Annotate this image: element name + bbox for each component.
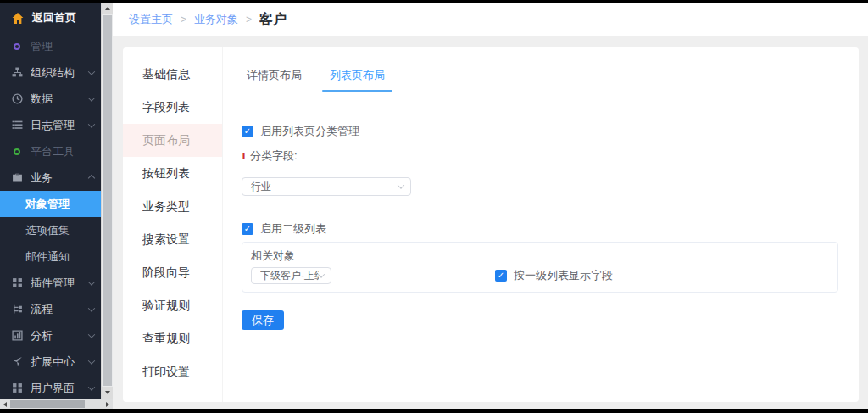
- tab-list-page-layout[interactable]: 列表页布局: [325, 64, 390, 92]
- sidebar-item-org-structure[interactable]: 组织结构: [0, 59, 101, 86]
- enable-category-checkbox[interactable]: ✓: [242, 126, 253, 137]
- related-object-row: 下级客户-上级... ✓ 按一级列表显示字段: [251, 267, 829, 284]
- sidebar-item-label: 分析: [31, 328, 81, 343]
- settings-menu-item-page-layout[interactable]: 页面布局: [123, 124, 222, 157]
- triangle-left-icon: [3, 402, 7, 407]
- triangle-down-icon: [105, 391, 110, 394]
- triangle-right-icon: [106, 402, 109, 407]
- sidebar-item-label: 业务: [31, 170, 81, 186]
- required-marker: I: [242, 149, 246, 163]
- display-by-primary-checkbox[interactable]: ✓: [495, 270, 507, 282]
- display-by-primary-row: ✓ 按一级列表显示字段: [495, 268, 613, 283]
- sidebar-item-label: 用户界面: [31, 381, 81, 396]
- sidebar-home-label: 返回首页: [32, 10, 76, 25]
- sidebar-item-label: 管理: [31, 39, 94, 54]
- chevron-down-icon: [88, 383, 95, 390]
- sidebar-item-log-management[interactable]: 日志管理: [0, 112, 101, 138]
- triangle-up-icon: [105, 7, 110, 10]
- settings-menu-item-button-list[interactable]: 按钮列表: [123, 157, 222, 190]
- sidebar-item-data[interactable]: 数据: [0, 86, 101, 112]
- home-icon: [12, 12, 24, 24]
- sidebar-item-workflow[interactable]: 流程: [0, 296, 101, 322]
- settings-menu-item-validation-rules[interactable]: 验证规则: [123, 289, 222, 322]
- page-title: 客户: [259, 11, 287, 29]
- horizontal-scroll-thumb[interactable]: [10, 400, 85, 408]
- sidebar-item-business[interactable]: 业务: [0, 165, 101, 191]
- menu-item-label: 字段列表: [142, 100, 190, 115]
- sidebar-item-admin[interactable]: 管理: [0, 33, 101, 59]
- settings-menu-item-search-settings[interactable]: 搜索设置: [123, 223, 222, 256]
- breadcrumb-link-settings-home[interactable]: 设置主页: [129, 12, 173, 27]
- chevron-down-icon: [318, 271, 325, 277]
- settings-menu-item-field-list[interactable]: 字段列表: [123, 91, 222, 124]
- sidebar-item-label: 平台工具: [31, 144, 94, 159]
- content-area: 基础信息 字段列表 页面布局 按钮列表 业务类型 搜索设置 阶段向导 验证规则 …: [113, 36, 868, 409]
- settings-menu-item-dedup-rules[interactable]: 查重规则: [123, 322, 222, 355]
- briefcase-icon: [11, 172, 23, 184]
- sidebar-item-label: 流程: [31, 302, 81, 317]
- save-button[interactable]: 保存: [242, 310, 284, 330]
- enable-secondary-checkbox[interactable]: ✓: [242, 223, 253, 235]
- sidebar-item-plugin-management[interactable]: 插件管理: [0, 270, 101, 296]
- menu-item-label: 验证规则: [142, 299, 190, 314]
- menu-item-label: 阶段向导: [142, 265, 190, 281]
- ui-grid-icon: [11, 382, 23, 394]
- sidebar-item-label: 扩展中心: [31, 354, 81, 370]
- breadcrumb-link-business-objects[interactable]: 业务对象: [194, 12, 238, 27]
- rail-body: 返回首页 管理 组织结构 数据: [0, 3, 113, 399]
- sidebar-item-analysis[interactable]: 分析: [0, 322, 101, 349]
- menu-item-label: 查重规则: [142, 332, 190, 347]
- breadcrumb: 设置主页 > 业务对象 > 客户: [113, 3, 868, 36]
- sidebar-item-option-sets[interactable]: 选项值集: [0, 217, 101, 243]
- tab-detail-page-layout[interactable]: 详情页布局: [242, 64, 307, 92]
- settings-menu-item-business-type[interactable]: 业务类型: [123, 190, 222, 223]
- sidebar-item-mail-notification[interactable]: 邮件通知: [0, 243, 101, 270]
- sidebar-item-label: 选项值集: [25, 223, 94, 238]
- menu-item-label: 按钮列表: [142, 166, 190, 181]
- menu-item-label: 业务类型: [142, 199, 190, 215]
- layout-panel: 详情页布局 列表页布局 ✓ 启用列表页分类管理 I 分类字段: 行业: [223, 47, 859, 402]
- display-by-primary-label[interactable]: 按一级列表显示字段: [514, 268, 613, 283]
- enable-category-label[interactable]: 启用列表页分类管理: [260, 124, 359, 139]
- clock-icon: [11, 93, 23, 105]
- scroll-down-button[interactable]: [102, 387, 113, 399]
- vertical-scroll-thumb[interactable]: [103, 15, 112, 386]
- scroll-left-button[interactable]: [0, 399, 10, 409]
- sidebar: 返回首页 管理 组织结构 数据: [0, 3, 101, 399]
- admin-circle-icon: [11, 41, 23, 53]
- category-field-select-value: 行业: [251, 180, 398, 194]
- sidebar-item-user-interface[interactable]: 用户界面: [0, 375, 101, 399]
- category-field-select[interactable]: 行业: [242, 177, 411, 196]
- related-object-select[interactable]: 下级客户-上级...: [251, 267, 331, 284]
- related-object-select-value: 下级客户-上级...: [260, 269, 319, 283]
- settings-menu-item-print-settings[interactable]: 打印设置: [123, 355, 222, 388]
- sidebar-vertical-scrollbar[interactable]: [101, 3, 113, 399]
- enable-secondary-row: ✓ 启用二级列表: [242, 221, 838, 237]
- breadcrumb-separator: >: [181, 14, 186, 25]
- org-structure-icon: [11, 67, 23, 79]
- main-area: 设置主页 > 业务对象 > 客户 基础信息 字段列表 页面布局 按钮列表 业务类…: [113, 3, 868, 409]
- chevron-down-icon: [88, 68, 95, 75]
- chevron-down-icon: [88, 357, 95, 364]
- breadcrumb-separator: >: [246, 14, 252, 25]
- sidebar-horizontal-scrollbar[interactable]: [0, 399, 113, 409]
- enable-secondary-label[interactable]: 启用二级列表: [260, 221, 326, 237]
- sidebar-item-label: 数据: [31, 92, 81, 107]
- chevron-down-icon: [88, 331, 95, 338]
- settings-menu-item-stage-wizard[interactable]: 阶段向导: [123, 256, 222, 289]
- chevron-down-icon: [88, 304, 95, 311]
- extension-icon: [11, 356, 23, 368]
- sidebar-item-platform-tools[interactable]: 平台工具: [0, 138, 101, 165]
- scroll-up-button[interactable]: [102, 3, 113, 14]
- sidebar-item-home[interactable]: 返回首页: [0, 3, 101, 33]
- scroll-right-button[interactable]: [103, 399, 113, 409]
- analysis-chart-icon: [11, 330, 23, 342]
- settings-menu-item-basic-info[interactable]: 基础信息: [123, 58, 222, 91]
- menu-item-label: 搜索设置: [142, 232, 190, 248]
- category-field-label: 分类字段:: [250, 148, 298, 164]
- category-field-label-row: I 分类字段:: [242, 148, 838, 164]
- sidebar-item-extension-center[interactable]: 扩展中心: [0, 349, 101, 375]
- sidebar-item-object-management[interactable]: 对象管理: [0, 191, 101, 217]
- sidebar-item-label: 插件管理: [31, 276, 81, 291]
- sidebar-item-label: 组织结构: [31, 65, 81, 81]
